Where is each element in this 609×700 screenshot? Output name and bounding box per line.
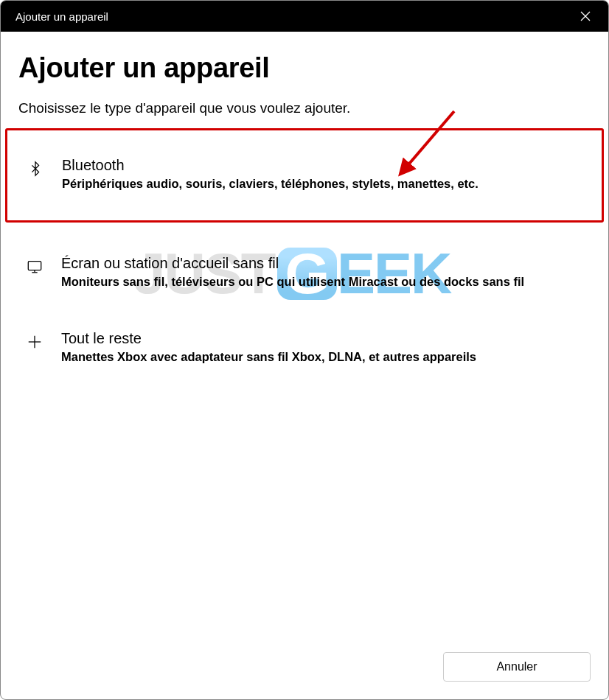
page-subtitle: Choisissez le type d'appareil que vous v… [18, 100, 591, 116]
close-button[interactable] [577, 8, 594, 24]
option-title: Tout le reste [61, 330, 585, 347]
window-title: Ajouter un appareil [15, 10, 108, 23]
plus-icon [24, 332, 45, 352]
option-title: Bluetooth [62, 157, 584, 174]
close-icon [580, 11, 591, 21]
option-text: Bluetooth Périphériques audio, souris, c… [62, 157, 584, 191]
dialog-content: JUST G EEK Ajouter un appareil Choisisse… [1, 32, 608, 699]
titlebar: Ajouter un appareil [1, 1, 608, 32]
device-type-list: Bluetooth Périphériques audio, souris, c… [18, 128, 591, 385]
page-title: Ajouter un appareil [18, 52, 591, 84]
dialog-footer: Annuler [18, 639, 591, 682]
display-icon [24, 256, 45, 277]
add-device-dialog: Ajouter un appareil JUST G EEK Ajouter u… [0, 0, 609, 700]
option-bluetooth[interactable]: Bluetooth Périphériques audio, souris, c… [5, 128, 604, 223]
option-wireless-display[interactable]: Écran ou station d'accueil sans fil Moni… [18, 234, 591, 309]
cancel-button[interactable]: Annuler [443, 652, 591, 682]
bluetooth-icon [25, 158, 46, 179]
option-description: Périphériques audio, souris, claviers, t… [62, 177, 584, 191]
option-description: Manettes Xbox avec adaptateur sans fil X… [61, 350, 585, 364]
option-title: Écran ou station d'accueil sans fil [61, 255, 585, 272]
option-everything-else[interactable]: Tout le reste Manettes Xbox avec adaptat… [18, 309, 591, 385]
option-text: Tout le reste Manettes Xbox avec adaptat… [61, 330, 585, 364]
option-description: Moniteurs sans fil, téléviseurs ou PC qu… [61, 275, 585, 289]
svg-rect-4 [28, 262, 41, 270]
option-text: Écran ou station d'accueil sans fil Moni… [61, 255, 585, 289]
